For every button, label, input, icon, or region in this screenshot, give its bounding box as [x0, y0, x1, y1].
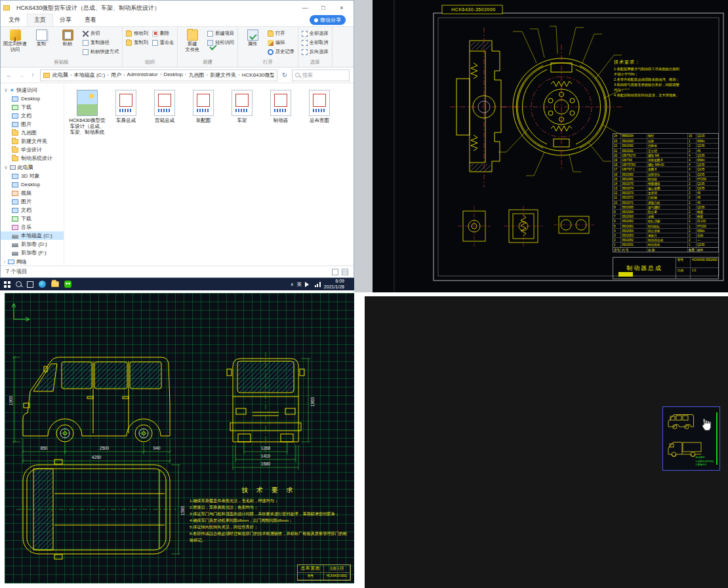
wechat-icon[interactable]: [64, 281, 71, 288]
details-view-icon[interactable]: [332, 269, 338, 275]
nav-section-this-pc[interactable]: 此电脑: [1, 163, 64, 172]
open-button[interactable]: 打开: [266, 29, 296, 38]
nav-item[interactable]: 3D 对象: [1, 172, 64, 180]
file-list[interactable]: HCK6430微型货车设计（总成、车架、制动系统设计） 车身总成 货箱总成 装配…: [64, 83, 354, 265]
copy-to-button[interactable]: 复制到: [124, 38, 150, 47]
hidden-icons-chevron[interactable]: ∧: [291, 282, 294, 287]
move-to-button[interactable]: 移动到: [124, 29, 150, 38]
edge-browser-icon[interactable]: [39, 281, 46, 288]
paste-shortcut-button[interactable]: 粘贴快捷方式: [81, 47, 121, 56]
new-folder-button[interactable]: 新建 文件夹: [179, 28, 205, 53]
brake-cad-viewport[interactable]: HCK6430-3502000 技术要求： 1.装配前摩擦片与制动鼓工作表面贴合…: [373, 0, 728, 292]
nav-section-network[interactable]: 网络: [1, 257, 64, 265]
bom-cell-name: 制动蹄总成: [647, 238, 688, 242]
network-icon[interactable]: [315, 282, 321, 287]
close-button[interactable]: ×: [333, 1, 351, 15]
rename-button[interactable]: 重命名: [150, 38, 176, 47]
wechat-share-badge[interactable]: 微信分享: [310, 15, 346, 25]
search-icon[interactable]: [16, 281, 22, 287]
nav-item[interactable]: 新建文件夹: [1, 137, 64, 146]
copy-button[interactable]: 复制: [28, 28, 54, 47]
file-item[interactable]: 总布置图: [300, 90, 338, 135]
select-none-button[interactable]: 全部取消: [300, 38, 331, 47]
nav-item[interactable]: 下载: [1, 103, 64, 111]
breadcrumb-segment[interactable]: 新建文件夹: [210, 71, 242, 79]
nav-item[interactable]: 图片: [1, 197, 64, 206]
navigation-pane[interactable]: 快速访问 Desktop 下载 文档 图片: [1, 83, 64, 265]
easy-access-button[interactable]: 轻松访问: [205, 38, 236, 47]
maximize-button[interactable]: □: [314, 1, 333, 15]
file-item[interactable]: 装配图: [184, 90, 222, 135]
volume-icon[interactable]: [305, 282, 312, 287]
tab-home[interactable]: 主页: [27, 14, 53, 26]
breadcrumb-segment[interactable]: 九画图: [188, 71, 210, 79]
pin-to-quick-access-button[interactable]: 固定到快速 访问: [2, 28, 28, 53]
properties-button[interactable]: 属性: [239, 28, 266, 47]
cut-button[interactable]: 剪切: [81, 29, 121, 38]
bom-cell-code: 3502051: [621, 243, 647, 246]
bom-cell-name: 摩擦片: [647, 233, 688, 237]
breadcrumb-segment[interactable]: HCK6430微型货车设计（总成、车架、制动系统设计）: [242, 71, 274, 79]
nav-item[interactable]: 制动系统设计: [1, 154, 64, 163]
nav-item[interactable]: 九画图: [1, 128, 64, 137]
technical-requirements: 技 术 要 求 1.确保车身覆盖件表面光洁，无毛刺，焊缝均匀；2.喷漆后，车身表…: [190, 486, 348, 543]
start-button[interactable]: [4, 281, 10, 288]
history-button[interactable]: 历史记录: [266, 47, 296, 56]
nav-item[interactable]: 下载: [1, 214, 64, 223]
file-explorer-icon[interactable]: [51, 281, 59, 287]
file-item[interactable]: 货箱总成: [146, 90, 184, 135]
bom-row: 21 3502091 定位销 2 45: [613, 148, 718, 153]
bom-cell-qty: 1: [688, 172, 697, 176]
breadcrumb-segment[interactable]: 本地磁盘 (C:): [74, 71, 111, 79]
taskbar-clock[interactable]: 6:09 2021/1/28: [324, 279, 344, 290]
new-item-button[interactable]: 新建项目: [205, 29, 236, 38]
nav-item[interactable]: 文档: [1, 206, 64, 214]
nav-item[interactable]: 文档: [1, 111, 64, 120]
edit-button[interactable]: 编辑: [266, 38, 296, 47]
file-item[interactable]: HCK6430微型货车设计（总成、车架、制动系统设计）: [68, 90, 106, 135]
task-view-icon[interactable]: [27, 281, 33, 288]
file-item[interactable]: 车身总成: [107, 90, 145, 135]
drawing-preview-window[interactable]: 技术要求1.表面光洁无毛刺2.焊缝均匀: [662, 406, 720, 471]
chevron-down-icon[interactable]: [4, 87, 8, 93]
nav-item[interactable]: 图片: [1, 120, 64, 128]
nav-item[interactable]: 毕业设计: [1, 146, 64, 154]
breadcrumb[interactable]: 此电脑本地磁盘 (C:)用户AdministratorDesktop九画图新建文…: [40, 69, 277, 81]
tab-share[interactable]: 分享: [53, 14, 78, 26]
tab-file[interactable]: 文件: [2, 14, 27, 26]
svg-text:1580: 1580: [261, 461, 271, 466]
back-button[interactable]: ←: [5, 71, 14, 79]
nav-item[interactable]: Desktop: [1, 180, 64, 189]
cad-dark-viewport[interactable]: 技术要求1.表面光洁无毛刺2.焊缝均匀: [365, 296, 728, 588]
nav-item[interactable]: 本地磁盘 (C:): [1, 231, 64, 240]
breadcrumb-segment[interactable]: Administrator: [127, 71, 164, 79]
file-item[interactable]: 车架: [223, 90, 261, 135]
van-cad-viewport[interactable]: 850 2500 940 4290 1900: [5, 293, 354, 583]
thumbnail-view-icon[interactable]: [342, 269, 348, 275]
invert-selection-button[interactable]: 反向选择: [300, 47, 331, 56]
up-button[interactable]: ↑: [28, 71, 37, 79]
copy-path-button[interactable]: 复制路径: [81, 38, 121, 47]
minimize-button[interactable]: —: [296, 1, 314, 15]
breadcrumb-segment[interactable]: Desktop: [163, 71, 188, 79]
nav-section-quick-access[interactable]: 快速访问: [1, 85, 64, 94]
chevron-right-icon[interactable]: [4, 259, 6, 265]
input-language-indicator[interactable]: 英: [297, 281, 302, 288]
nav-item[interactable]: Desktop: [1, 94, 64, 103]
nav-item[interactable]: 音乐: [1, 223, 64, 231]
nav-item[interactable]: 新加卷 (D:): [1, 240, 64, 248]
forward-button[interactable]: →: [16, 71, 26, 79]
delete-button[interactable]: 删除: [150, 29, 176, 38]
paste-button[interactable]: 粘贴: [54, 28, 81, 47]
file-item[interactable]: 制动器: [262, 90, 300, 135]
nav-item[interactable]: 视频: [1, 189, 64, 197]
copy-to-label: 复制到: [134, 39, 148, 46]
chevron-down-icon[interactable]: [4, 165, 8, 170]
title-bar[interactable]: HCK6430微型货车设计（总成、车架、制动系统设计） — □ ×: [1, 1, 354, 15]
breadcrumb-segment[interactable]: 此电脑: [52, 71, 74, 79]
nav-item[interactable]: 新加卷 (F:): [1, 248, 64, 257]
refresh-icon[interactable]: ↻: [280, 71, 289, 79]
search-input[interactable]: 搜索: [292, 69, 350, 81]
select-all-button[interactable]: 全部选择: [300, 29, 331, 38]
breadcrumb-segment[interactable]: 用户: [111, 71, 127, 79]
